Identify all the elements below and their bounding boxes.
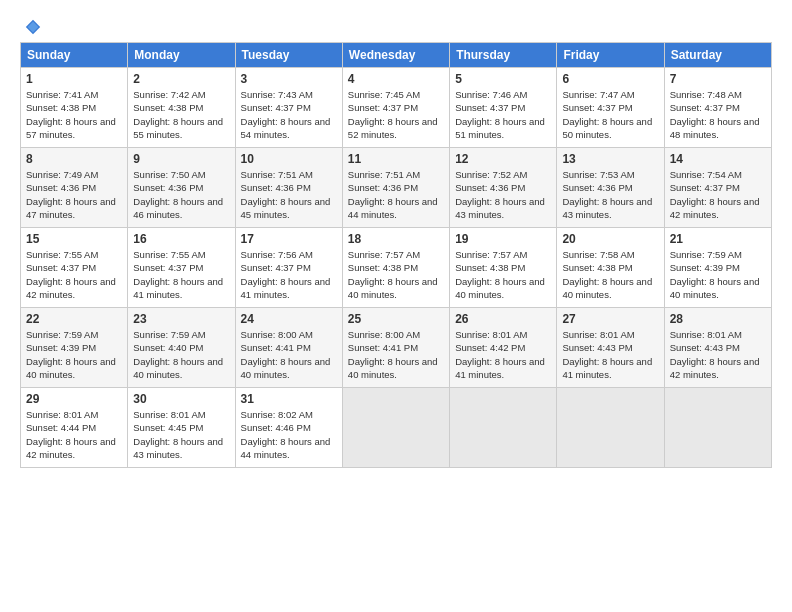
day-number: 19 (455, 232, 551, 246)
day-number: 18 (348, 232, 444, 246)
day-info: Sunrise: 8:01 AMSunset: 4:43 PMDaylight:… (562, 328, 658, 381)
weekday-header-thursday: Thursday (450, 43, 557, 68)
calendar-cell: 22Sunrise: 7:59 AMSunset: 4:39 PMDayligh… (21, 308, 128, 388)
calendar-cell: 4Sunrise: 7:45 AMSunset: 4:37 PMDaylight… (342, 68, 449, 148)
weekday-header-monday: Monday (128, 43, 235, 68)
day-info: Sunrise: 7:49 AMSunset: 4:36 PMDaylight:… (26, 168, 122, 221)
day-number: 6 (562, 72, 658, 86)
calendar-cell: 31Sunrise: 8:02 AMSunset: 4:46 PMDayligh… (235, 388, 342, 468)
day-number: 30 (133, 392, 229, 406)
day-number: 10 (241, 152, 337, 166)
calendar-cell: 21Sunrise: 7:59 AMSunset: 4:39 PMDayligh… (664, 228, 771, 308)
day-number: 25 (348, 312, 444, 326)
weekday-header-wednesday: Wednesday (342, 43, 449, 68)
calendar-cell: 18Sunrise: 7:57 AMSunset: 4:38 PMDayligh… (342, 228, 449, 308)
calendar-cell: 5Sunrise: 7:46 AMSunset: 4:37 PMDaylight… (450, 68, 557, 148)
weekday-header-friday: Friday (557, 43, 664, 68)
calendar-cell: 20Sunrise: 7:58 AMSunset: 4:38 PMDayligh… (557, 228, 664, 308)
day-info: Sunrise: 8:01 AMSunset: 4:43 PMDaylight:… (670, 328, 766, 381)
calendar-cell: 16Sunrise: 7:55 AMSunset: 4:37 PMDayligh… (128, 228, 235, 308)
day-number: 21 (670, 232, 766, 246)
day-number: 31 (241, 392, 337, 406)
day-info: Sunrise: 7:54 AMSunset: 4:37 PMDaylight:… (670, 168, 766, 221)
day-number: 8 (26, 152, 122, 166)
day-number: 16 (133, 232, 229, 246)
calendar-cell: 24Sunrise: 8:00 AMSunset: 4:41 PMDayligh… (235, 308, 342, 388)
day-info: Sunrise: 8:01 AMSunset: 4:45 PMDaylight:… (133, 408, 229, 461)
day-info: Sunrise: 7:47 AMSunset: 4:37 PMDaylight:… (562, 88, 658, 141)
calendar-cell: 6Sunrise: 7:47 AMSunset: 4:37 PMDaylight… (557, 68, 664, 148)
day-number: 1 (26, 72, 122, 86)
day-info: Sunrise: 7:46 AMSunset: 4:37 PMDaylight:… (455, 88, 551, 141)
calendar-week-row: 29Sunrise: 8:01 AMSunset: 4:44 PMDayligh… (21, 388, 772, 468)
day-number: 2 (133, 72, 229, 86)
day-info: Sunrise: 7:59 AMSunset: 4:40 PMDaylight:… (133, 328, 229, 381)
day-number: 3 (241, 72, 337, 86)
day-number: 9 (133, 152, 229, 166)
day-info: Sunrise: 8:01 AMSunset: 4:42 PMDaylight:… (455, 328, 551, 381)
day-info: Sunrise: 7:57 AMSunset: 4:38 PMDaylight:… (348, 248, 444, 301)
calendar-cell: 23Sunrise: 7:59 AMSunset: 4:40 PMDayligh… (128, 308, 235, 388)
calendar-cell: 9Sunrise: 7:50 AMSunset: 4:36 PMDaylight… (128, 148, 235, 228)
calendar-cell: 10Sunrise: 7:51 AMSunset: 4:36 PMDayligh… (235, 148, 342, 228)
calendar-cell: 29Sunrise: 8:01 AMSunset: 4:44 PMDayligh… (21, 388, 128, 468)
day-info: Sunrise: 7:55 AMSunset: 4:37 PMDaylight:… (133, 248, 229, 301)
day-info: Sunrise: 7:51 AMSunset: 4:36 PMDaylight:… (241, 168, 337, 221)
day-number: 13 (562, 152, 658, 166)
calendar-cell: 7Sunrise: 7:48 AMSunset: 4:37 PMDaylight… (664, 68, 771, 148)
day-info: Sunrise: 7:41 AMSunset: 4:38 PMDaylight:… (26, 88, 122, 141)
calendar-cell: 30Sunrise: 8:01 AMSunset: 4:45 PMDayligh… (128, 388, 235, 468)
day-info: Sunrise: 7:59 AMSunset: 4:39 PMDaylight:… (670, 248, 766, 301)
day-number: 15 (26, 232, 122, 246)
day-number: 7 (670, 72, 766, 86)
calendar-cell (450, 388, 557, 468)
calendar-cell: 3Sunrise: 7:43 AMSunset: 4:37 PMDaylight… (235, 68, 342, 148)
day-info: Sunrise: 7:55 AMSunset: 4:37 PMDaylight:… (26, 248, 122, 301)
day-info: Sunrise: 8:01 AMSunset: 4:44 PMDaylight:… (26, 408, 122, 461)
calendar-cell: 26Sunrise: 8:01 AMSunset: 4:42 PMDayligh… (450, 308, 557, 388)
calendar-table: SundayMondayTuesdayWednesdayThursdayFrid… (20, 42, 772, 468)
calendar-cell: 13Sunrise: 7:53 AMSunset: 4:36 PMDayligh… (557, 148, 664, 228)
day-number: 17 (241, 232, 337, 246)
day-number: 26 (455, 312, 551, 326)
day-number: 5 (455, 72, 551, 86)
logo (20, 18, 42, 32)
day-info: Sunrise: 7:48 AMSunset: 4:37 PMDaylight:… (670, 88, 766, 141)
calendar-cell (664, 388, 771, 468)
day-number: 14 (670, 152, 766, 166)
weekday-header-sunday: Sunday (21, 43, 128, 68)
calendar-cell: 25Sunrise: 8:00 AMSunset: 4:41 PMDayligh… (342, 308, 449, 388)
calendar-cell (342, 388, 449, 468)
day-info: Sunrise: 7:56 AMSunset: 4:37 PMDaylight:… (241, 248, 337, 301)
calendar-cell: 11Sunrise: 7:51 AMSunset: 4:36 PMDayligh… (342, 148, 449, 228)
day-number: 11 (348, 152, 444, 166)
day-info: Sunrise: 8:02 AMSunset: 4:46 PMDaylight:… (241, 408, 337, 461)
day-info: Sunrise: 7:52 AMSunset: 4:36 PMDaylight:… (455, 168, 551, 221)
calendar-cell: 28Sunrise: 8:01 AMSunset: 4:43 PMDayligh… (664, 308, 771, 388)
calendar-week-row: 8Sunrise: 7:49 AMSunset: 4:36 PMDaylight… (21, 148, 772, 228)
calendar-week-row: 22Sunrise: 7:59 AMSunset: 4:39 PMDayligh… (21, 308, 772, 388)
calendar-cell: 14Sunrise: 7:54 AMSunset: 4:37 PMDayligh… (664, 148, 771, 228)
day-number: 24 (241, 312, 337, 326)
day-number: 23 (133, 312, 229, 326)
calendar-cell: 19Sunrise: 7:57 AMSunset: 4:38 PMDayligh… (450, 228, 557, 308)
calendar-cell: 27Sunrise: 8:01 AMSunset: 4:43 PMDayligh… (557, 308, 664, 388)
day-number: 28 (670, 312, 766, 326)
calendar-week-row: 15Sunrise: 7:55 AMSunset: 4:37 PMDayligh… (21, 228, 772, 308)
day-info: Sunrise: 7:58 AMSunset: 4:38 PMDaylight:… (562, 248, 658, 301)
day-info: Sunrise: 8:00 AMSunset: 4:41 PMDaylight:… (241, 328, 337, 381)
calendar-cell: 15Sunrise: 7:55 AMSunset: 4:37 PMDayligh… (21, 228, 128, 308)
calendar-cell: 1Sunrise: 7:41 AMSunset: 4:38 PMDaylight… (21, 68, 128, 148)
weekday-header-saturday: Saturday (664, 43, 771, 68)
day-info: Sunrise: 7:50 AMSunset: 4:36 PMDaylight:… (133, 168, 229, 221)
day-number: 22 (26, 312, 122, 326)
page: SundayMondayTuesdayWednesdayThursdayFrid… (0, 0, 792, 612)
calendar-cell: 12Sunrise: 7:52 AMSunset: 4:36 PMDayligh… (450, 148, 557, 228)
header (20, 18, 772, 32)
day-number: 12 (455, 152, 551, 166)
calendar-header-row: SundayMondayTuesdayWednesdayThursdayFrid… (21, 43, 772, 68)
calendar-cell (557, 388, 664, 468)
day-number: 4 (348, 72, 444, 86)
calendar-cell: 2Sunrise: 7:42 AMSunset: 4:38 PMDaylight… (128, 68, 235, 148)
day-info: Sunrise: 7:59 AMSunset: 4:39 PMDaylight:… (26, 328, 122, 381)
